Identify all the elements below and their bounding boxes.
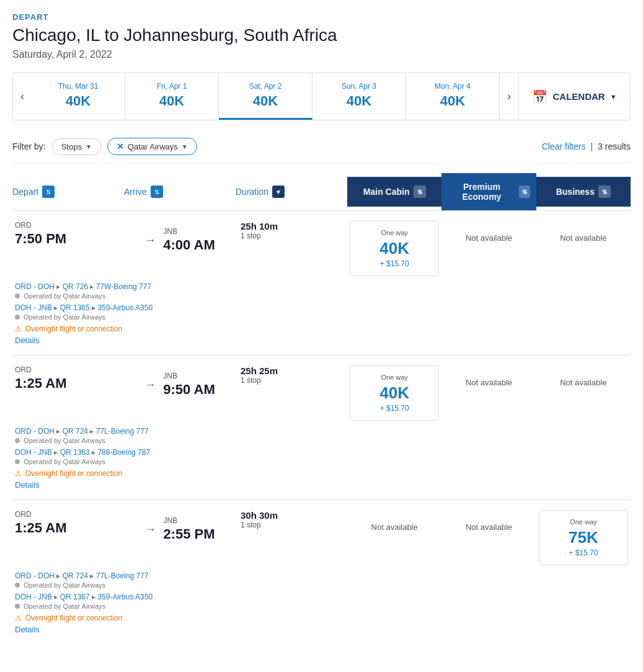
business-price-2[interactable]: One way 75K + $15.70: [539, 510, 628, 565]
date-nav-item-0[interactable]: Thu, Mar 31 40K: [32, 73, 125, 120]
filter-by-label: Filter by:: [12, 141, 46, 151]
segment-route-0-0: ORD - DOH: [15, 282, 55, 291]
depart-code-2: ORD: [15, 510, 122, 519]
depart-time-0: 7:50 PM: [15, 231, 122, 247]
dot-icon: [15, 583, 20, 588]
date-price-1: 40K: [131, 93, 212, 109]
depart-label: DEPART: [12, 12, 631, 22]
date-nav-item-3[interactable]: Sun, Apr 3 40K: [313, 73, 406, 120]
stops-filter[interactable]: Stops ▼: [52, 138, 101, 155]
overnight-warning-1: ⚠ Overnight flight or connection: [15, 469, 628, 478]
main-cabin-usd-1: + $15.70: [358, 404, 431, 413]
flight-details-2: ORD - DOH ▸ QR 724 ▸ 77L-Boeing 777 Oper…: [12, 571, 631, 634]
segment-0-0: ORD - DOH ▸ QR 726 ▸ 77W-Boeing 777: [15, 282, 628, 291]
depart-header-label: Depart: [12, 187, 38, 197]
segment-sep-icon: ▸: [54, 303, 58, 312]
premium-economy-header: Premium Economy ⇅: [441, 173, 536, 210]
flight-grid-2: ORD 1:25 AM → JNB 2:55 PM 30h 30m 1 stop…: [12, 510, 631, 565]
premium-na-2: Not available: [441, 510, 536, 544]
operated-label-1-0: Operated by Qatar Airways: [24, 437, 105, 444]
segment-route-0-1: DOH - JNB: [15, 303, 52, 312]
date-price-2: 40K: [225, 93, 306, 109]
stops-value-1: 1 stop: [241, 376, 345, 385]
business-sort-icon[interactable]: ⇅: [598, 186, 611, 198]
segment-sep-icon: ▸: [56, 427, 60, 436]
business-na-1: Not available: [536, 365, 631, 400]
flight-row-1: ORD 1:25 AM → JNB 9:50 AM 25h 25m 1 stop…: [12, 355, 631, 500]
filter-bar: Filter by: Stops ▼ ✕ Qatar Airways ▼ Cle…: [12, 130, 631, 163]
segment-1-0: ORD - DOH ▸ QR 724 ▸ 77L-Boeing 777: [15, 427, 628, 436]
main-cabin-price-1[interactable]: One way 40K + $15.70: [350, 365, 439, 421]
dot-icon: [15, 459, 20, 464]
date-nav-item-4[interactable]: Mon, Apr 4 40K: [406, 73, 500, 120]
duration-header-label: Duration: [236, 187, 268, 197]
stops-label: Stops: [61, 142, 82, 151]
main-cabin-header: Main Cabin ⇅: [347, 177, 441, 207]
details-link-2[interactable]: Details: [15, 625, 40, 634]
next-date-arrow[interactable]: ›: [500, 73, 518, 120]
warning-icon: ⚠: [15, 469, 22, 478]
main-cabin-price-0[interactable]: One way 40K + $15.70: [350, 221, 439, 276]
segment-sep2-icon: ▸: [90, 427, 94, 436]
calendar-chevron-icon: ▼: [610, 93, 617, 101]
depart-sort-header[interactable]: Depart ⇅: [12, 186, 124, 198]
arrive-code-display-2: JNB: [163, 516, 215, 525]
date-nav-item-1[interactable]: Fri, Apr 1 40K: [125, 73, 219, 120]
depart-code-0: ORD: [15, 221, 122, 230]
warning-icon: ⚠: [15, 614, 22, 622]
segment-sep2-icon: ▸: [92, 593, 95, 601]
stops-chevron-icon: ▼: [86, 143, 92, 150]
operated-label-0-0: Operated by Qatar Airways: [24, 292, 105, 300]
premium-economy-label: Premium Economy: [448, 182, 515, 202]
premium-na-1: Not available: [441, 365, 536, 400]
arrow-cell-0: → JNB 4:00 AM: [124, 221, 236, 253]
arrive-sort-header[interactable]: Arrive ⇅: [124, 186, 236, 198]
flight-grid-1: ORD 1:25 AM → JNB 9:50 AM 25h 25m 1 stop…: [12, 365, 631, 421]
flight-details-0: ORD - DOH ▸ QR 726 ▸ 77W-Boeing 777 Oper…: [12, 282, 631, 345]
depart-time-1: 1:25 AM: [15, 375, 122, 392]
business-cell-1: Not available: [536, 365, 631, 400]
operated-label-0-1: Operated by Qatar Airways: [24, 313, 105, 321]
depart-cell-1: ORD 1:25 AM: [12, 365, 124, 392]
clear-filters-button[interactable]: Clear filters: [542, 141, 586, 151]
calendar-button[interactable]: 📅 CALENDAR ▼: [518, 73, 630, 120]
remove-airline-icon[interactable]: ✕: [117, 141, 124, 151]
arrive-sort-icon: ⇅: [151, 186, 163, 198]
arrow-icon-0: →: [144, 234, 156, 247]
premium-cell-2: Not available: [441, 510, 536, 544]
arrive-code-display-0: JNB: [163, 227, 215, 236]
depart-time-2: 1:25 AM: [15, 520, 122, 536]
premium-na-0: Not available: [441, 221, 536, 255]
business-label: Business: [556, 187, 595, 197]
main-cabin-sort-icon[interactable]: ⇅: [414, 186, 426, 198]
overnight-label-0: Overnight flight or connection: [25, 325, 122, 333]
segment-sep2-icon: ▸: [90, 282, 94, 291]
filter-separator: |: [590, 141, 593, 151]
date-label-0: Thu, Mar 31: [38, 82, 118, 91]
details-link-0[interactable]: Details: [15, 336, 40, 345]
business-cell-2: One way 75K + $15.70: [536, 510, 631, 565]
date-nav-item-2[interactable]: Sat, Apr 2 40K: [219, 73, 313, 120]
segment-sep-icon: ▸: [56, 282, 60, 291]
overnight-warning-2: ⚠ Overnight flight or connection: [15, 614, 628, 622]
duration-cell-0: 25h 10m 1 stop: [236, 221, 347, 240]
operated-by-0-0: Operated by Qatar Airways: [15, 292, 628, 300]
details-link-1[interactable]: Details: [15, 480, 40, 490]
date-nav: ‹ Thu, Mar 31 40K Fri, Apr 1 40K Sat, Ap…: [12, 73, 631, 120]
airline-chevron-icon: ▼: [182, 143, 188, 150]
segment-route-1-0: ORD - DOH: [15, 427, 55, 436]
airline-filter[interactable]: ✕ Qatar Airways ▼: [107, 138, 197, 155]
premium-cell-0: Not available: [441, 221, 536, 255]
flight-row-2: ORD 1:25 AM → JNB 2:55 PM 30h 30m 1 stop…: [12, 500, 631, 644]
overnight-label-1: Overnight flight or connection: [25, 469, 122, 478]
date-label-4: Mon, Apr 4: [412, 82, 493, 91]
segment-flight-0-1: QR 1365: [60, 303, 90, 312]
filter-right: Clear filters | 3 results: [542, 141, 631, 151]
depart-code-1: ORD: [15, 365, 122, 374]
premium-economy-sort-icon[interactable]: ⇅: [519, 186, 530, 198]
operated-by-2-1: Operated by Qatar Airways: [15, 603, 628, 610]
duration-sort-header[interactable]: Duration ▼: [236, 186, 347, 198]
one-way-label-main-0: One way: [358, 229, 431, 236]
prev-date-arrow[interactable]: ‹: [13, 73, 32, 120]
date-price-0: 40K: [38, 93, 118, 109]
